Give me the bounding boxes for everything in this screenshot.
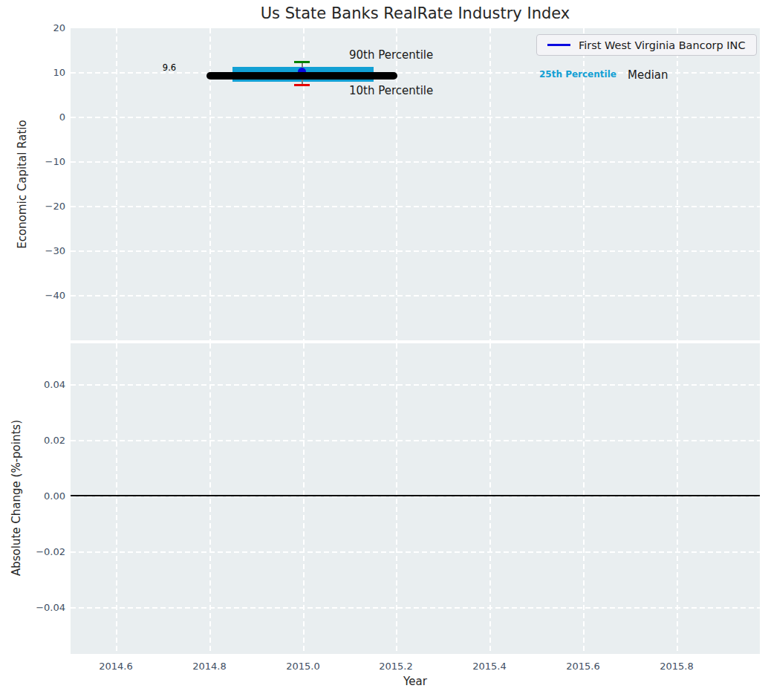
- xtick-label: 2015.2: [362, 661, 429, 672]
- annotation-25th-percentile: 25th Percentile: [539, 69, 616, 80]
- ytick-label: 10: [21, 67, 65, 79]
- gridline: [116, 343, 117, 654]
- gridline: [71, 607, 760, 609]
- gridline: [71, 384, 760, 386]
- ytick-label: 0.00: [21, 490, 65, 502]
- y-axis-label-top: Economic Capital Ratio: [16, 120, 29, 248]
- annotation-90th-percentile: 90th Percentile: [349, 48, 433, 62]
- gridline: [303, 343, 305, 654]
- xtick-label: 2015.0: [270, 661, 336, 672]
- p10-cap: [294, 84, 310, 86]
- xtick-label: 2015.6: [550, 661, 616, 672]
- ytick-label: −40: [21, 290, 65, 302]
- ytick-label: 0.04: [21, 379, 65, 391]
- zero-change-line: [71, 495, 760, 496]
- annotation-median: Median: [628, 68, 668, 82]
- gridline: [489, 343, 491, 654]
- legend: First West Virginia Bancorp INC: [536, 34, 757, 56]
- xtick-label: 2014.8: [176, 661, 243, 672]
- gridline: [396, 343, 397, 654]
- top-plot: 9.6 90th Percentile 10th Percentile 25th…: [71, 28, 760, 340]
- ytick-label: −0.02: [21, 546, 65, 558]
- gridline: [71, 551, 760, 553]
- ytick-label: −10: [21, 156, 65, 168]
- gridline: [71, 295, 760, 296]
- gridline: [71, 250, 760, 252]
- chart-title: Us State Banks RealRate Industry Index: [71, 4, 760, 22]
- xtick-label: 2014.6: [82, 661, 149, 672]
- ytick-label: 0.02: [21, 435, 65, 447]
- gridline: [116, 28, 117, 340]
- gridline: [583, 343, 585, 654]
- ytick-label: −0.04: [21, 602, 65, 614]
- gridline: [209, 343, 211, 654]
- gridline: [677, 28, 678, 340]
- gridline: [71, 161, 760, 163]
- median-index-line: [206, 72, 397, 80]
- bottom-plot: [71, 343, 760, 654]
- gridline: [489, 28, 491, 340]
- legend-label: First West Virginia Bancorp INC: [579, 39, 746, 51]
- ytick-label: −30: [21, 245, 65, 257]
- gridline: [71, 206, 760, 207]
- legend-line-icon: [547, 44, 570, 46]
- ytick-label: −20: [21, 201, 65, 213]
- gridline: [677, 343, 678, 654]
- ytick-label: 20: [21, 22, 65, 34]
- gridline: [71, 117, 760, 118]
- annotation-10th-percentile: 10th Percentile: [349, 84, 433, 97]
- p90-cap: [294, 61, 310, 63]
- ytick-label: 0: [21, 111, 65, 123]
- annotation-median-value: 9.6: [147, 62, 192, 73]
- x-axis-label: Year: [71, 675, 760, 688]
- xtick-label: 2015.8: [643, 661, 710, 672]
- gridline: [71, 440, 760, 441]
- xtick-label: 2015.4: [456, 661, 523, 672]
- figure: Us State Banks RealRate Industry Index E…: [0, 0, 768, 700]
